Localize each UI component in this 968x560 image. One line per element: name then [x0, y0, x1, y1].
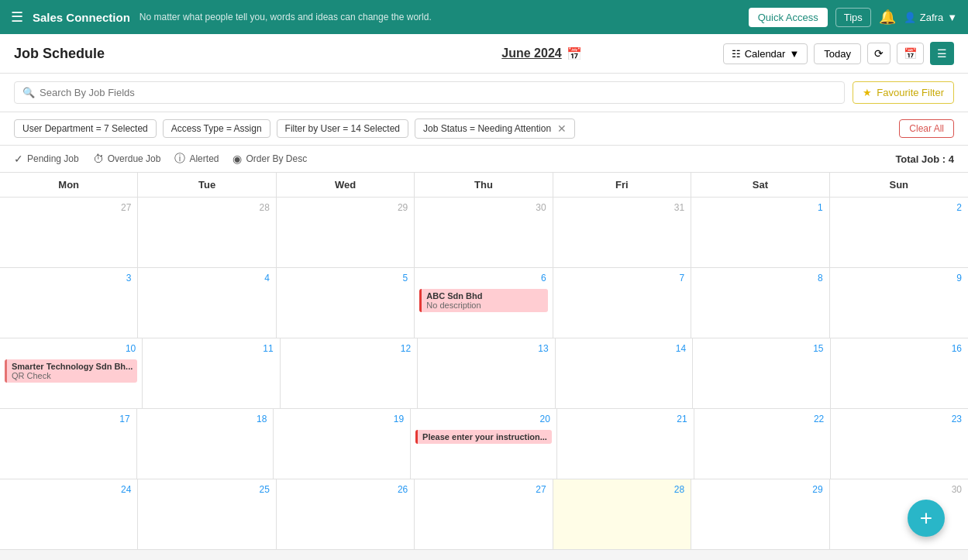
day-number: 9 [835, 271, 963, 287]
notification-icon[interactable]: 🔔 [879, 9, 896, 26]
day-number: 30 [835, 483, 963, 498]
calendar-cell[interactable]: 13 [418, 338, 555, 408]
calendar-cell[interactable]: 11 [143, 338, 280, 408]
filter-tag-user-department[interactable]: User Department = 7 Selected [14, 119, 157, 138]
calendar-cell[interactable]: 28 [138, 198, 276, 267]
calendar-cell[interactable]: 10Smarter Technology Sdn Bh...QR Check [0, 338, 143, 408]
today-button[interactable]: Today [814, 43, 861, 64]
filter-icon: ☰ [937, 47, 947, 60]
calendar-cell[interactable]: 7 [553, 268, 691, 338]
favourite-filter-label: Favourite Filter [877, 87, 944, 98]
filter-by-user-label: Filter by User = 14 Selected [285, 123, 400, 134]
calendar-week-row: 17181920Please enter your instruction...… [0, 409, 968, 479]
calendar-event[interactable]: ABC Sdn BhdNo description [419, 289, 547, 312]
calendar-cell[interactable]: 29 [691, 479, 829, 549]
brand-name: Sales Connection [33, 11, 130, 24]
total-jobs-value: 4 [949, 153, 954, 165]
calendar-body: 2728293031123456ABC Sdn BhdNo descriptio… [0, 198, 968, 550]
date-picker-button[interactable]: 📅 [897, 43, 924, 64]
add-button[interactable]: + [908, 500, 945, 537]
alerted-filter[interactable]: ⓘ Alerted [174, 152, 219, 166]
favourite-filter-button[interactable]: ★ Favourite Filter [853, 81, 954, 104]
filter-access-type-label: Access Type = Assign [171, 123, 262, 134]
filter-bar: User Department = 7 Selected Access Type… [0, 112, 968, 146]
calendar-cell[interactable]: 5 [277, 268, 415, 338]
calendar-cell[interactable]: 9 [830, 268, 968, 338]
event-description: No description [426, 301, 543, 310]
calendar-cell[interactable]: 29 [277, 198, 415, 267]
calendar-event[interactable]: Please enter your instruction... [415, 430, 552, 444]
event-title: Please enter your instruction... [422, 432, 547, 441]
clear-all-button[interactable]: Clear All [899, 119, 954, 138]
calendar-cell[interactable]: 3 [0, 268, 138, 338]
calendar-cell[interactable]: 31 [553, 198, 691, 267]
calendar-cell[interactable]: 25 [138, 479, 276, 549]
pending-job-filter[interactable]: ✓ Pending Job [14, 153, 79, 165]
calendar-cell[interactable]: 8 [691, 268, 829, 338]
calendar-cell[interactable]: 12 [281, 338, 418, 408]
calendar-cell[interactable]: 26 [277, 479, 415, 549]
calendar-cell[interactable]: 27 [415, 479, 553, 549]
search-icon: 🔍 [22, 87, 35, 98]
refresh-button[interactable]: ⟳ [867, 43, 890, 64]
calendar-cell[interactable]: 20Please enter your instruction... [411, 409, 557, 479]
month-navigation: June 2024 📅 [368, 46, 715, 61]
calendar-cell[interactable]: 30 [830, 479, 968, 549]
day-number: 12 [285, 342, 412, 357]
calendar-cell[interactable]: 18 [137, 409, 274, 479]
calendar-day-header-fri: Fri [553, 173, 691, 197]
order-by-desc-filter[interactable]: ◉ Order By Desc [233, 153, 307, 165]
tagline: No matter what people tell you, words an… [140, 12, 739, 22]
alerted-icon: ⓘ [174, 152, 185, 166]
search-input-wrap[interactable]: 🔍 [14, 81, 845, 104]
search-input[interactable] [40, 87, 836, 98]
hamburger-menu-icon[interactable]: ☰ [11, 9, 23, 26]
calendar-cell[interactable]: 24 [0, 479, 138, 549]
filter-tag-job-status[interactable]: Job Status = Needing Attention ✕ [415, 119, 575, 139]
day-number: 28 [558, 483, 686, 498]
day-number: 27 [419, 483, 547, 498]
alerted-label: Alerted [189, 153, 219, 164]
calendar-cell[interactable]: 22 [694, 409, 832, 479]
day-number: 7 [558, 271, 686, 287]
filter-button[interactable]: ☰ [930, 42, 954, 65]
tips-button[interactable]: Tips [835, 8, 871, 27]
day-number: 26 [281, 483, 409, 498]
calendar-cell[interactable]: 17 [0, 409, 137, 479]
calendar-cell[interactable]: 6ABC Sdn BhdNo description [415, 268, 553, 338]
calendar-day-header-tue: Tue [138, 173, 276, 197]
calendar-cell[interactable]: 4 [138, 268, 276, 338]
filter-tag-access-type[interactable]: Access Type = Assign [163, 119, 270, 138]
order-by-desc-label: Order By Desc [246, 153, 307, 164]
calendar-cell[interactable]: 27 [0, 198, 138, 267]
user-menu[interactable]: 👤 Zafra ▼ [904, 12, 957, 23]
day-number: 30 [419, 201, 547, 216]
calendar-picker-icon[interactable]: 📅 [567, 46, 582, 61]
top-navigation: ☰ Sales Connection No matter what people… [0, 0, 968, 34]
calendar-cell[interactable]: 19 [274, 409, 411, 479]
overdue-job-filter[interactable]: ⏱ Overdue Job [93, 153, 161, 165]
chevron-down-icon: ▼ [947, 12, 957, 23]
calendar-cell[interactable]: 30 [415, 198, 553, 267]
quick-access-button[interactable]: Quick Access [749, 8, 828, 27]
calendar-cell[interactable]: 21 [557, 409, 694, 479]
calendar-event[interactable]: Smarter Technology Sdn Bh...QR Check [5, 359, 137, 383]
calendar-cell[interactable]: 16 [831, 338, 968, 408]
filter-tag-filter-by-user[interactable]: Filter by User = 14 Selected [277, 119, 408, 138]
calendar-cell[interactable]: 15 [693, 338, 830, 408]
day-number: 31 [558, 201, 686, 216]
user-avatar-icon: 👤 [904, 12, 916, 23]
calendar-cell[interactable]: 28 [553, 479, 691, 549]
calendar-cell[interactable]: 2 [830, 198, 968, 267]
subheader-controls: ☷ Calendar ▼ Today ⟳ 📅 ☰ [723, 42, 954, 65]
day-number: 11 [147, 342, 274, 357]
day-number: 29 [696, 483, 824, 498]
current-month[interactable]: June 2024 [501, 46, 561, 60]
calendar-day-header-sun: Sun [830, 173, 968, 197]
calendar-cell[interactable]: 14 [556, 338, 693, 408]
calendar-cell[interactable]: 1 [691, 198, 829, 267]
filter-job-status-close-icon[interactable]: ✕ [557, 122, 567, 135]
calendar-view-button[interactable]: ☷ Calendar ▼ [723, 43, 808, 64]
calendar-cell[interactable]: 23 [831, 409, 968, 479]
day-number: 18 [142, 412, 269, 428]
